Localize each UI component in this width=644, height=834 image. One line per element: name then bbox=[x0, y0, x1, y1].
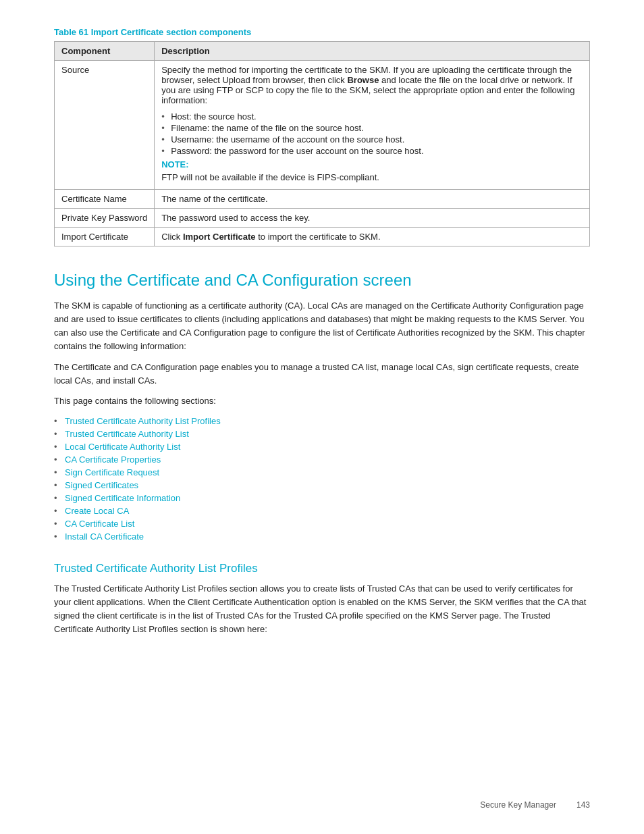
link-item-ca-cert-props[interactable]: CA Certificate Properties bbox=[54, 453, 590, 466]
col-header-description: Description bbox=[155, 42, 590, 61]
component-source: Source bbox=[55, 61, 155, 190]
link-item-install-ca-cert[interactable]: Install CA Certificate bbox=[54, 530, 590, 543]
section-para2: The Certificate and CA Configuration pag… bbox=[54, 361, 590, 388]
link-signed-cert-info[interactable]: Signed Certificate Information bbox=[65, 493, 180, 503]
link-item-local-ca-list[interactable]: Local Certificate Authority List bbox=[54, 440, 590, 453]
table-caption: Table 61 Import Certificate section comp… bbox=[54, 27, 590, 37]
page-footer: Secure Key Manager 143 bbox=[480, 800, 590, 810]
link-item-trusted-ca-profiles[interactable]: Trusted Certificate Authority List Profi… bbox=[54, 415, 590, 427]
col-header-component: Component bbox=[55, 42, 155, 61]
section-link-list: Trusted Certificate Authority List Profi… bbox=[54, 415, 590, 543]
description-cert-name: The name of the certificate. bbox=[155, 190, 590, 209]
bullet-username: Username: the username of the account on… bbox=[161, 134, 583, 145]
link-sign-cert-req[interactable]: Sign Certificate Request bbox=[65, 467, 159, 477]
table-row: Private Key Password The password used t… bbox=[55, 209, 590, 228]
link-ca-cert-props[interactable]: CA Certificate Properties bbox=[65, 454, 161, 465]
note-label: NOTE: bbox=[161, 159, 188, 170]
bullet-password: Password: the password for the user acco… bbox=[161, 145, 583, 157]
link-local-ca-list[interactable]: Local Certificate Authority List bbox=[65, 442, 180, 452]
link-item-signed-certs[interactable]: Signed Certificates bbox=[54, 479, 590, 492]
link-item-create-local-ca[interactable]: Create Local CA bbox=[54, 504, 590, 517]
subsection-heading: Trusted Certificate Authority List Profi… bbox=[54, 562, 590, 575]
link-trusted-ca-profiles[interactable]: Trusted Certificate Authority List Profi… bbox=[65, 416, 221, 426]
description-private-key: The password used to access the key. bbox=[155, 209, 590, 228]
link-trusted-ca-list[interactable]: Trusted Certificate Authority List bbox=[65, 429, 189, 439]
section-heading: Using the Certificate and CA Configurati… bbox=[54, 271, 590, 290]
link-install-ca-cert[interactable]: Install CA Certificate bbox=[65, 531, 144, 542]
component-cert-name: Certificate Name bbox=[55, 190, 155, 209]
bullet-filename: Filename: the name of the file on the so… bbox=[161, 122, 583, 134]
link-item-ca-cert-list[interactable]: CA Certificate List bbox=[54, 517, 590, 530]
section-para1: The SKM is capable of functioning as a c… bbox=[54, 299, 590, 354]
note-text: FTP will not be available if the device … bbox=[161, 172, 583, 182]
table-row: Certificate Name The name of the certifi… bbox=[55, 190, 590, 209]
footer-page: 143 bbox=[576, 800, 590, 810]
subsection-para: The Trusted Certificate Authority List P… bbox=[54, 582, 590, 637]
link-create-local-ca[interactable]: Create Local CA bbox=[65, 506, 129, 516]
bullet-host: Host: the source host. bbox=[161, 111, 583, 122]
link-ca-cert-list[interactable]: CA Certificate List bbox=[65, 519, 134, 529]
link-item-sign-cert-req[interactable]: Sign Certificate Request bbox=[54, 466, 590, 479]
table-row: Source Specify the method for importing … bbox=[55, 61, 590, 190]
link-signed-certs[interactable]: Signed Certificates bbox=[65, 480, 138, 490]
description-import-cert: Click Import Certificate to import the c… bbox=[155, 228, 590, 246]
link-item-signed-cert-info[interactable]: Signed Certificate Information bbox=[54, 492, 590, 504]
section-para3: This page contains the following section… bbox=[54, 394, 590, 408]
component-import-cert: Import Certificate bbox=[55, 228, 155, 246]
component-private-key: Private Key Password bbox=[55, 209, 155, 228]
table-row: Import Certificate Click Import Certific… bbox=[55, 228, 590, 246]
link-item-trusted-ca-list[interactable]: Trusted Certificate Authority List bbox=[54, 427, 590, 440]
description-source: Specify the method for importing the cer… bbox=[155, 61, 590, 190]
footer-product: Secure Key Manager bbox=[480, 800, 556, 810]
import-certificate-table: Component Description Source Specify the… bbox=[54, 41, 590, 246]
